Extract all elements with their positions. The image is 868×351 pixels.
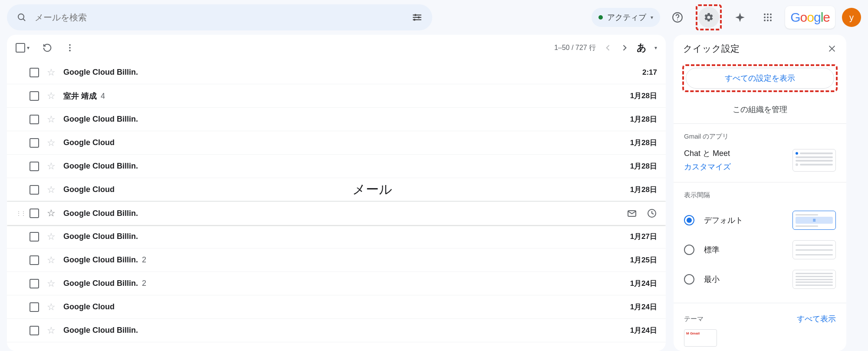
svg-point-19	[69, 44, 71, 46]
mail-date: 1月24日	[630, 302, 657, 312]
svg-rect-7	[414, 19, 415, 20]
mail-sender: 室井 靖成 4	[63, 91, 105, 101]
checkbox-icon[interactable]	[30, 279, 39, 288]
star-icon[interactable]: ☆	[47, 114, 56, 125]
customize-link[interactable]: カスタマイズ	[684, 160, 786, 174]
settings-highlight	[696, 4, 722, 30]
account-avatar[interactable]: y	[842, 8, 861, 27]
theme-section-title: テーマ	[684, 315, 704, 323]
density-comfortable[interactable]: 標準	[684, 235, 836, 265]
mail-row[interactable]: ⋮⋮☆Google Cloud Billin.	[7, 202, 666, 225]
checkbox-icon[interactable]	[16, 43, 25, 53]
status-dot-icon	[598, 15, 603, 20]
checkbox-icon[interactable]	[30, 68, 39, 77]
star-icon[interactable]: ☆	[47, 137, 56, 149]
next-page-icon[interactable]	[620, 43, 629, 52]
mail-row[interactable]: ⋮⋮☆Google Cloud Billin.1月28日	[7, 108, 666, 131]
mail-sender: Google Cloud Billin. 2	[63, 279, 146, 288]
search-bar[interactable]	[7, 4, 432, 30]
scrollbar[interactable]	[854, 35, 861, 351]
mail-row[interactable]: ⋮⋮☆Google Cloud1月24日	[7, 295, 666, 319]
google-logo[interactable]: Google	[785, 6, 835, 29]
svg-point-17	[767, 20, 769, 21]
show-all-settings-button[interactable]: すべての設定を表示	[686, 68, 834, 89]
checkbox-icon[interactable]	[30, 302, 39, 312]
star-icon[interactable]: ☆	[47, 90, 56, 102]
star-icon[interactable]: ☆	[47, 325, 56, 336]
svg-rect-5	[415, 14, 416, 16]
settings-gear-icon[interactable]	[698, 7, 719, 28]
chevron-down-icon[interactable]: ▾	[27, 45, 30, 51]
star-icon[interactable]: ☆	[47, 161, 56, 172]
manage-org-link[interactable]: この組織を管理	[674, 97, 846, 124]
mail-row[interactable]: ⋮⋮☆Google Cloud1月28日	[7, 131, 666, 155]
mail-row[interactable]: ⋮⋮☆Google Cloud Billin. 21月25日	[7, 248, 666, 272]
svg-point-18	[770, 20, 772, 21]
mail-sender: Google Cloud Billin.	[63, 68, 138, 77]
drag-handle-icon[interactable]: ⋮⋮	[16, 210, 22, 217]
mail-toolbar: ▾ 1–50 / 727 行 あ ▾	[7, 35, 666, 61]
svg-point-10	[764, 13, 766, 15]
select-all[interactable]: ▾	[16, 43, 30, 53]
mail-date: 1月25日	[630, 255, 657, 265]
apps-grid-icon[interactable]	[757, 7, 778, 28]
refresh-icon[interactable]	[43, 43, 52, 53]
close-icon[interactable]	[827, 44, 837, 53]
svg-point-20	[69, 47, 71, 49]
mail-date: 1月28日	[630, 91, 657, 101]
mail-row[interactable]: ⋮⋮☆Google Cloud Billin. 21月24日	[7, 272, 666, 295]
mail-row[interactable]: ⋮⋮☆Google Cloud Billin.1月24日	[7, 319, 666, 342]
radio-icon	[684, 215, 694, 225]
theme-thumbnail[interactable]: M Gmail	[684, 329, 717, 347]
svg-point-13	[764, 17, 766, 18]
checkbox-icon[interactable]	[30, 255, 39, 265]
mail-count: 2	[140, 255, 146, 264]
mail-date: 1月28日	[630, 138, 657, 148]
more-icon[interactable]	[65, 43, 75, 53]
theme-view-all-link[interactable]: すべて表示	[797, 314, 836, 324]
svg-point-16	[764, 20, 766, 21]
snooze-icon[interactable]	[647, 208, 657, 219]
star-icon[interactable]: ☆	[47, 67, 56, 78]
mail-sender: Google Cloud	[63, 138, 115, 147]
mail-sender: Google Cloud	[63, 302, 115, 311]
checkbox-icon[interactable]	[30, 209, 39, 218]
checkbox-icon[interactable]	[30, 91, 39, 101]
help-icon[interactable]	[667, 7, 688, 28]
checkbox-icon[interactable]	[30, 326, 39, 335]
mail-row[interactable]: ⋮⋮☆Google Cloud Billin.2:17	[7, 61, 666, 84]
checkbox-icon[interactable]	[30, 232, 39, 242]
chevron-down-icon[interactable]: ▾	[654, 45, 657, 51]
star-icon[interactable]: ☆	[47, 301, 56, 313]
mail-row[interactable]: ⋮⋮☆Google Cloudメール1月28日	[7, 178, 666, 202]
search-options-icon[interactable]	[411, 12, 423, 23]
mail-sender: Google Cloud Billin.	[63, 209, 138, 218]
mail-row[interactable]: ⋮⋮☆Google Cloud Billin.1月27日	[7, 225, 666, 248]
mail-row[interactable]: ⋮⋮☆Google Cloud Billin.1月28日	[7, 155, 666, 178]
checkbox-icon[interactable]	[30, 115, 39, 124]
density-section-title: 表示間隔	[684, 191, 836, 199]
input-tool-icon[interactable]: あ	[637, 41, 647, 54]
search-input[interactable]	[35, 13, 404, 23]
prev-page-icon[interactable]	[604, 43, 612, 52]
status-label: アクティブ	[607, 12, 646, 23]
star-icon[interactable]: ☆	[47, 278, 56, 289]
density-compact[interactable]: 最小	[684, 265, 836, 294]
svg-point-14	[767, 17, 769, 18]
mail-row[interactable]: ⋮⋮☆室井 靖成 41月28日	[7, 84, 666, 108]
star-icon[interactable]: ☆	[47, 184, 56, 195]
theme-section: テーマ すべて表示 M Gmail	[674, 303, 846, 351]
status-chip[interactable]: アクティブ ▾	[592, 8, 660, 27]
star-icon[interactable]: ☆	[47, 231, 56, 242]
star-icon[interactable]: ☆	[47, 255, 56, 266]
star-icon[interactable]: ☆	[47, 208, 56, 219]
sparkle-icon[interactable]	[730, 7, 750, 28]
checkbox-icon[interactable]	[30, 185, 39, 195]
checkbox-icon[interactable]	[30, 162, 39, 171]
mail-date: 2:17	[642, 68, 657, 77]
page-info[interactable]: 1–50 / 727 行	[554, 43, 596, 53]
mark-read-icon[interactable]	[627, 208, 637, 219]
checkbox-icon[interactable]	[30, 138, 39, 148]
mail-date: 1月28日	[630, 114, 657, 124]
density-default[interactable]: デフォルト ≡	[684, 205, 836, 235]
